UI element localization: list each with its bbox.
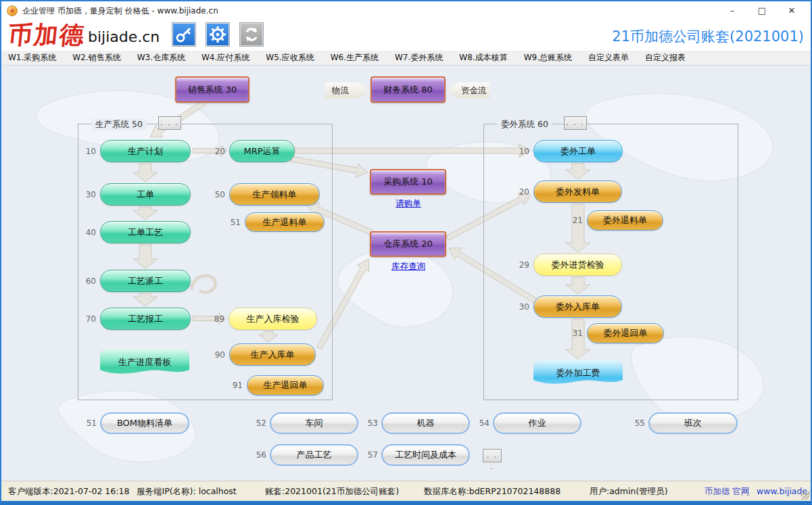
settings-button[interactable] — [206, 22, 230, 47]
node-number: 31 — [573, 329, 583, 338]
status-server-ip: 服务端IP(名称): localhost — [137, 486, 237, 498]
password-key-button[interactable] — [172, 22, 196, 47]
flow-node-p70[interactable]: 70工艺报工 — [100, 308, 191, 330]
menu-bar: W1.采购系统W2.销售系统W3.仓库系统W4.应付系统W5.应收系统W6.生产… — [1, 51, 811, 66]
node-label: 生产退料单 — [263, 216, 307, 229]
flow-node-p60[interactable]: 60工艺派工 — [100, 270, 191, 292]
node-label: 生产领料单 — [253, 189, 297, 201]
node-label: MRP运算 — [243, 145, 280, 158]
node-label: 作业 — [529, 417, 546, 429]
node-number: 56 — [256, 450, 266, 460]
node-number: 53 — [368, 418, 378, 428]
status-account: 账套:2021001(21币加德公司账套) — [265, 486, 399, 498]
flow-node-warehouse[interactable]: 仓库系统 20 — [370, 231, 446, 257]
node-label: 委外进货检验 — [552, 259, 604, 271]
node-number: 51 — [87, 418, 97, 428]
node-label: 生产入库检验 — [247, 313, 300, 325]
flow-node-b52[interactable]: 52车间 — [270, 412, 358, 434]
window-title: 企业管理 币加德，量身定制 价格低 - www.bijiade.cn — [22, 5, 218, 17]
status-site-name: 币加德 官网 — [704, 486, 749, 498]
flow-node-p89[interactable]: 89生产入库检验 — [229, 308, 317, 330]
flow-node-p51[interactable]: 51生产退料单 — [245, 212, 325, 232]
menu-item-4[interactable]: W4.应付系统 — [201, 52, 249, 64]
flow-node-b51[interactable]: 51BOM物料清单 — [100, 412, 189, 434]
logo-text: 币加德 — [6, 19, 87, 52]
link-purchase-request[interactable]: 请购单 — [381, 198, 436, 210]
maximize-button[interactable]: □ — [747, 1, 777, 20]
refresh-button[interactable] — [239, 22, 264, 47]
flow-node-w29[interactable]: 29委外进货检验 — [533, 254, 622, 276]
flow-node-b56[interactable]: 56产品工艺 — [270, 444, 358, 466]
app-icon — [7, 5, 18, 16]
node-number: 54 — [479, 418, 489, 428]
header: 币加德 bijiade.cn — [1, 20, 811, 51]
node-number: 90 — [215, 350, 225, 360]
menu-item-2[interactable]: W2.销售系统 — [72, 52, 120, 64]
flow-node-w31[interactable]: 31委外退回单 — [587, 323, 664, 343]
group-outsourcing-more-button[interactable]: . . . — [564, 116, 587, 130]
node-label: 工单 — [137, 189, 154, 201]
close-button[interactable]: ✕ — [777, 1, 807, 20]
node-label: 委外退料单 — [603, 214, 647, 226]
resize-grip[interactable] — [801, 491, 809, 500]
flow-node-w30[interactable]: 30委外入库单 — [533, 295, 622, 318]
flow-node-p40[interactable]: 40工单工艺 — [100, 221, 191, 243]
flow-node-sales[interactable]: 销售系统 30 — [175, 76, 249, 103]
bottom-more-button[interactable]: . . . — [483, 449, 502, 462]
flow-node-b53[interactable]: 53机器 — [381, 412, 470, 434]
minimize-button[interactable]: – — [717, 1, 747, 20]
node-label: 车间 — [306, 417, 323, 429]
flow-node-p90[interactable]: 90生产入库单 — [229, 343, 316, 366]
flow-node-w21[interactable]: 21委外退料单 — [587, 210, 663, 231]
menu-item-5[interactable]: W5.应收系统 — [266, 52, 314, 64]
status-database: 数据库名称:bdERP210702148888 — [424, 486, 560, 498]
node-number: 60 — [86, 276, 96, 286]
node-label: 生产计划 — [128, 145, 163, 158]
link-inventory-query[interactable]: 库存查询 — [381, 261, 436, 272]
menu-item-6[interactable]: W6.生产系统 — [331, 52, 379, 64]
menu-item-1[interactable]: W1.采购系统 — [8, 52, 56, 64]
node-label: 仓库系统 20 — [383, 238, 433, 250]
flow-node-w20[interactable]: 20委外发料单 — [533, 181, 622, 203]
menu-item-11[interactable]: 自定义报表 — [645, 52, 686, 64]
node-number: 91 — [233, 381, 243, 390]
node-label: 委外加工费 — [556, 367, 600, 379]
node-label: 委外入库单 — [556, 301, 600, 313]
menu-item-7[interactable]: W7.委外系统 — [395, 52, 443, 64]
flow-node-w10[interactable]: 10委外工单 — [533, 140, 623, 162]
logo-domain: bijiade.cn — [88, 28, 160, 45]
flow-node-p91[interactable]: 91生产退回单 — [247, 375, 324, 395]
flow-node-b54[interactable]: 54作业 — [493, 412, 581, 434]
menu-item-9[interactable]: W9.总账系统 — [524, 52, 572, 64]
node-label: BOM物料清单 — [117, 417, 172, 429]
title-bar: 企业管理 币加德，量身定制 价格低 - www.bijiade.cn – □ ✕ — [1, 1, 811, 20]
flow-node-p30[interactable]: 30工单 — [100, 183, 191, 206]
flow-node-p20[interactable]: 20MRP运算 — [229, 140, 295, 162]
flow-node-purchase[interactable]: 采购系统 10 — [370, 169, 446, 195]
group-outsourcing-title: 委外系统 60 — [497, 119, 552, 130]
node-number: 52 — [256, 418, 266, 428]
node-label: 财务系统 80 — [383, 84, 433, 96]
node-number: 10 — [519, 147, 529, 156]
node-number: 20 — [215, 147, 225, 156]
flow-node-p10[interactable]: 10生产计划 — [100, 140, 191, 162]
flow-node-b55[interactable]: 55班次 — [648, 412, 738, 434]
menu-item-10[interactable]: 自定义表单 — [588, 52, 629, 64]
status-bar: 客户端版本:2021-07-02 16:18 服务端IP(名称): localh… — [1, 481, 811, 501]
node-number: 57 — [368, 450, 378, 460]
menu-item-8[interactable]: W8.成本核算 — [459, 52, 507, 64]
node-number: 70 — [86, 314, 96, 324]
node-number: 40 — [86, 228, 96, 237]
menu-item-3[interactable]: W3.仓库系统 — [137, 52, 185, 64]
status-client-version: 客户端版本:2021-07-02 16:18 — [8, 486, 129, 498]
flow-node-finance[interactable]: 财务系统 80 — [371, 76, 446, 103]
flow-node-p50[interactable]: 50生产领料单 — [229, 183, 320, 206]
group-production-more-button[interactable]: . . . — [158, 116, 181, 130]
group-production-title: 生产系统 50 — [91, 119, 147, 130]
node-number: 20 — [519, 187, 529, 197]
node-label: 生产入库单 — [251, 349, 295, 361]
node-number: 30 — [519, 302, 529, 312]
node-number: 21 — [573, 216, 583, 225]
node-label: 委外发料单 — [556, 186, 600, 198]
flow-node-b57[interactable]: 57工艺时间及成本 — [381, 444, 470, 466]
